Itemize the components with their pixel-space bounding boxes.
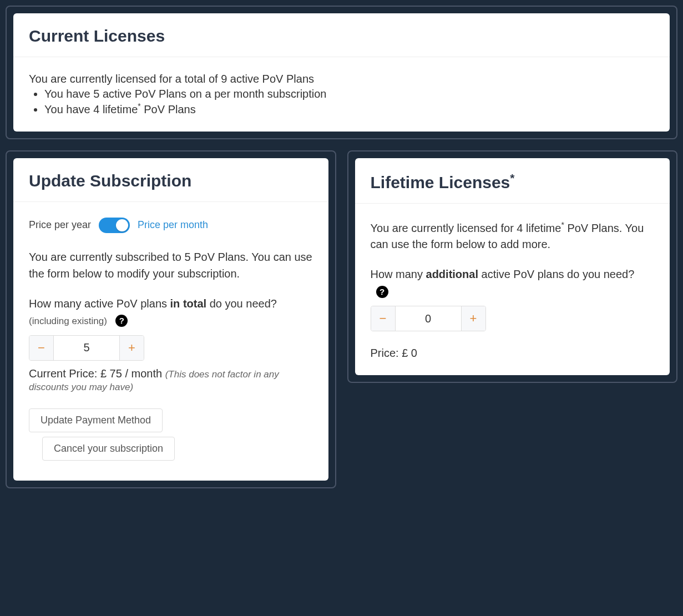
toggle-label-month[interactable]: Price per month — [138, 219, 208, 231]
current-licenses-title: Current Licenses — [29, 27, 654, 46]
card-body: You are currently licensed for 4 lifetim… — [355, 204, 670, 376]
quantity-question: How many active PoV plans in total do yo… — [29, 295, 313, 329]
lifetime-licenses-title: Lifetime Licenses* — [371, 171, 655, 192]
card-header: Lifetime Licenses* — [355, 158, 670, 204]
cancel-subscription-button[interactable]: Cancel your subscription — [42, 437, 175, 461]
list-item: You have 4 lifetime* PoV Plans — [44, 102, 654, 116]
card-header: Update Subscription — [13, 158, 328, 202]
price-period-toggle[interactable] — [99, 218, 130, 233]
additional-question: How many additional active PoV plans do … — [371, 266, 655, 299]
update-subscription-title: Update Subscription — [29, 171, 313, 190]
asterisk: * — [510, 171, 514, 184]
card-body: You are currently licensed for a total o… — [13, 57, 670, 132]
help-icon[interactable]: ? — [376, 286, 388, 298]
quantity-stepper: − + — [29, 335, 144, 361]
list-item: You have 5 active PoV Plans on a per mon… — [44, 88, 654, 100]
toggle-label-year[interactable]: Price per year — [29, 219, 91, 231]
increment-button[interactable]: + — [119, 336, 144, 360]
current-licenses-panel: Current Licenses You are currently licen… — [6, 6, 677, 139]
increment-button[interactable]: + — [461, 306, 485, 331]
update-payment-button[interactable]: Update Payment Method — [29, 408, 163, 432]
action-buttons: Update Payment Method Cancel your subscr… — [29, 408, 313, 465]
price-period-toggle-row: Price per year Price per month — [29, 218, 313, 233]
lifetime-price: Price: £ 0 — [371, 347, 655, 360]
additional-input[interactable] — [396, 306, 461, 331]
quantity-input[interactable] — [54, 336, 119, 360]
update-subscription-panel: Update Subscription Price per year Price… — [6, 150, 336, 488]
card-header: Current Licenses — [13, 13, 670, 57]
license-summary: You are currently licensed for a total o… — [29, 73, 654, 85]
toggle-knob — [116, 219, 128, 231]
lifetime-body: You are currently licensed for 4 lifetim… — [371, 219, 655, 253]
update-subscription-card: Update Subscription Price per year Price… — [13, 158, 328, 481]
card-body: Price per year Price per month You are c… — [13, 202, 328, 481]
subscription-body: You are currently subscribed to 5 PoV Pl… — [29, 249, 313, 282]
lifetime-licenses-panel: Lifetime Licenses* You are currently lic… — [347, 150, 678, 383]
decrement-button[interactable]: − — [371, 306, 396, 331]
decrement-button[interactable]: − — [29, 336, 54, 360]
current-price: Current Price: £ 75 / month (This does n… — [29, 367, 313, 393]
additional-stepper: − + — [371, 306, 486, 331]
current-licenses-card: Current Licenses You are currently licen… — [13, 13, 670, 132]
license-list: You have 5 active PoV Plans on a per mon… — [44, 88, 654, 116]
help-icon[interactable]: ? — [115, 315, 128, 327]
lifetime-licenses-card: Lifetime Licenses* You are currently lic… — [355, 158, 670, 376]
